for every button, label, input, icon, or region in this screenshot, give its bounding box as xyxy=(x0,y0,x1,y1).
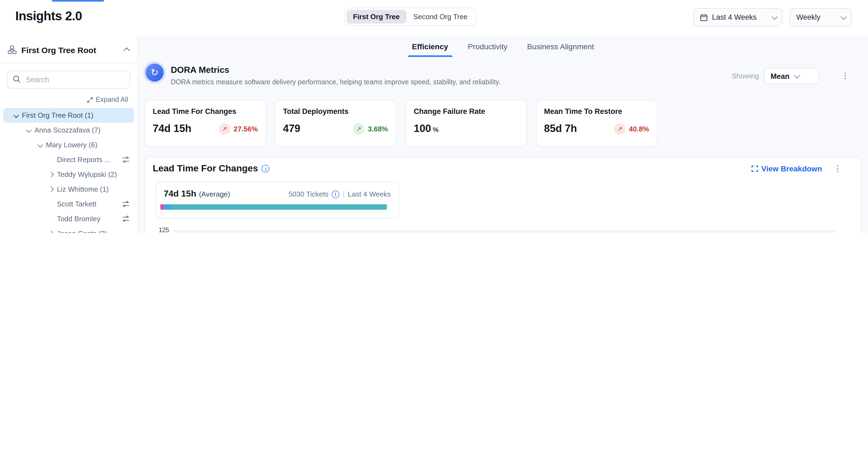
app-title: Insights 2.0 xyxy=(15,9,82,24)
y-tick-label: 125 xyxy=(145,227,169,233)
view-tabs: EfficiencyProductivityBusiness Alignment xyxy=(138,37,868,57)
chevron-right-icon[interactable] xyxy=(47,187,55,191)
summary-period: Last 4 Weeks xyxy=(348,190,391,198)
org-tree-toggle: First Org Tree Second Org Tree xyxy=(344,8,476,26)
chevron-down-icon[interactable] xyxy=(36,143,44,147)
dora-metrics-description: DORA metrics measure software delivery p… xyxy=(171,78,500,86)
tree-item-direct-reports[interactable]: Direct Reports ... xyxy=(3,152,134,167)
chevron-down-icon xyxy=(772,13,778,20)
view-breakdown-label: View Breakdown xyxy=(761,164,822,173)
chevron-down-icon[interactable] xyxy=(12,113,20,117)
tree-item-jason-coats-3[interactable]: Jason Coats (3) xyxy=(3,226,134,233)
tree-item-todd-bromley[interactable]: Todd Bromley xyxy=(3,211,134,226)
lead-time-title: Lead Time For Changes xyxy=(153,163,258,174)
calendar-icon xyxy=(700,13,708,21)
lead-time-view-breakdown[interactable]: View Breakdown xyxy=(751,164,822,173)
metric-card-value: 100% xyxy=(414,123,439,135)
summary-stacked-bar xyxy=(160,204,387,210)
org-tree: First Org Tree Root (1)Anna Scozzafava (… xyxy=(0,108,137,233)
filter-sliders-icon[interactable] xyxy=(122,215,130,222)
tree-item-label: Jason Coats (3) xyxy=(57,229,107,233)
date-range-select[interactable]: Last 4 Weeks xyxy=(693,8,783,26)
tab-business-alignment[interactable]: Business Alignment xyxy=(527,37,594,57)
date-range-value: Last 4 Weeks xyxy=(712,13,767,21)
trend-arrow-icon: ↗ xyxy=(614,123,625,135)
summary-bar-segment-deployment xyxy=(171,204,387,210)
summary-separator: | xyxy=(343,190,344,198)
chevron-down-icon[interactable] xyxy=(25,128,32,132)
trend-percent: 40.8% xyxy=(629,124,649,133)
dora-kebab-menu[interactable]: ⋮ xyxy=(841,71,849,79)
chevron-up-icon[interactable] xyxy=(124,48,130,54)
trend-badge: ↗40.8% xyxy=(614,123,649,135)
metric-card-total-deployments: Total Deployments479↗3.68% xyxy=(275,100,396,147)
trend-badge: ↗3.68% xyxy=(353,123,388,135)
metric-card-change-failure-rate: Change Failure Rate100% xyxy=(406,100,527,147)
showing-select[interactable]: Mean xyxy=(764,68,819,84)
trend-percent: 3.68% xyxy=(368,124,388,133)
trend-badge: ↗27.56% xyxy=(219,123,258,135)
expand-all-icon xyxy=(87,97,93,103)
chevron-right-icon[interactable] xyxy=(47,232,55,233)
lead-time-summary-card: 74d 15h (Average) 5030 Tickets i | Last … xyxy=(155,181,399,219)
metric-card-lead-time-for-changes: Lead Time For Changes74d 15h↗27.56% xyxy=(145,100,266,147)
summary-bar-segment-planning xyxy=(160,204,164,210)
dora-metrics-title: DORA Metrics xyxy=(171,65,229,75)
summary-tickets: 5030 Tickets xyxy=(288,190,329,198)
chevron-right-icon[interactable] xyxy=(47,173,55,176)
trend-arrow-icon: ↗ xyxy=(219,123,230,135)
filter-sliders-icon[interactable] xyxy=(122,200,130,207)
lead-time-kebab-menu[interactable]: ⋮ xyxy=(834,164,842,173)
org-tree-icon xyxy=(8,46,17,54)
granularity-select[interactable]: Weekly xyxy=(790,8,851,26)
showing-value: Mean xyxy=(771,72,789,80)
summary-qualifier: (Average) xyxy=(199,190,230,198)
tree-item-teddy-wylupski-2[interactable]: Teddy Wylupski (2) xyxy=(3,167,134,182)
org-tree-sidebar: First Org Tree Root Expand All First Org… xyxy=(0,37,138,233)
tree-item-mary-lowery-6[interactable]: Mary Lowery (6) xyxy=(3,138,134,152)
tree-item-scott-tarkett[interactable]: Scott Tarkett xyxy=(3,197,134,211)
top-loading-bar xyxy=(52,0,104,2)
tree-item-label: Mary Lowery (6) xyxy=(46,141,97,149)
expand-corners-icon xyxy=(751,165,758,172)
top-bar: Insights 2.0 First Org Tree Second Org T… xyxy=(0,0,868,37)
lead-time-panel: Lead Time For Changes i View Breakdown ⋮… xyxy=(145,156,862,233)
filter-sliders-icon[interactable] xyxy=(122,156,130,163)
tree-item-label: Teddy Wylupski (2) xyxy=(57,170,117,178)
info-icon[interactable]: i xyxy=(262,165,270,173)
tree-item-label: Anna Scozzafava (7) xyxy=(34,126,100,134)
metric-card-value: 74d 15h xyxy=(153,123,191,135)
org-tree-toggle-first[interactable]: First Org Tree xyxy=(346,10,406,24)
search-input[interactable] xyxy=(7,70,130,89)
sidebar-root-label: First Org Tree Root xyxy=(21,45,120,55)
tree-item-label: Liz Whittome (1) xyxy=(57,185,108,193)
chevron-down-icon xyxy=(794,72,800,79)
summary-value: 74d 15h xyxy=(164,189,196,199)
tab-efficiency[interactable]: Efficiency xyxy=(412,37,448,57)
dora-metrics-icon: ↻ xyxy=(146,63,164,82)
summary-bar-segment-review xyxy=(164,204,171,210)
sidebar-search xyxy=(7,70,130,89)
expand-all-label: Expand All xyxy=(96,96,128,104)
metric-card-value: 479 xyxy=(283,123,300,135)
tree-item-label: Todd Bromley xyxy=(57,215,100,223)
info-icon[interactable]: i xyxy=(332,190,339,198)
trend-percent: 27.56% xyxy=(234,124,258,133)
tree-item-label: Direct Reports ... xyxy=(57,155,110,164)
search-icon xyxy=(12,75,21,83)
tree-item-anna-scozzafava-7[interactable]: Anna Scozzafava (7) xyxy=(3,123,134,138)
expand-all-button[interactable]: Expand All xyxy=(0,96,128,104)
gridline xyxy=(174,231,836,231)
insights-dashboard: Insights 2.0 First Org Tree Second Org T… xyxy=(0,0,868,233)
metric-card-value: 85d 7h xyxy=(544,123,577,135)
showing-label: Showing xyxy=(732,72,759,80)
tree-item-liz-whittome-1[interactable]: Liz Whittome (1) xyxy=(3,182,134,197)
tab-productivity[interactable]: Productivity xyxy=(468,37,507,57)
sidebar-header[interactable]: First Org Tree Root xyxy=(0,37,137,63)
main-content: EfficiencyProductivityBusiness Alignment… xyxy=(138,37,868,233)
metric-card-mean-time-to-restore: Mean Time To Restore85d 7h↗40.8% xyxy=(536,100,657,147)
tree-item-first-org-tree-root-1[interactable]: First Org Tree Root (1) xyxy=(3,108,134,123)
metric-card-title: Lead Time For Changes xyxy=(153,107,258,116)
org-tree-toggle-second[interactable]: Second Org Tree xyxy=(407,10,474,24)
metric-card-unit: % xyxy=(433,126,438,134)
